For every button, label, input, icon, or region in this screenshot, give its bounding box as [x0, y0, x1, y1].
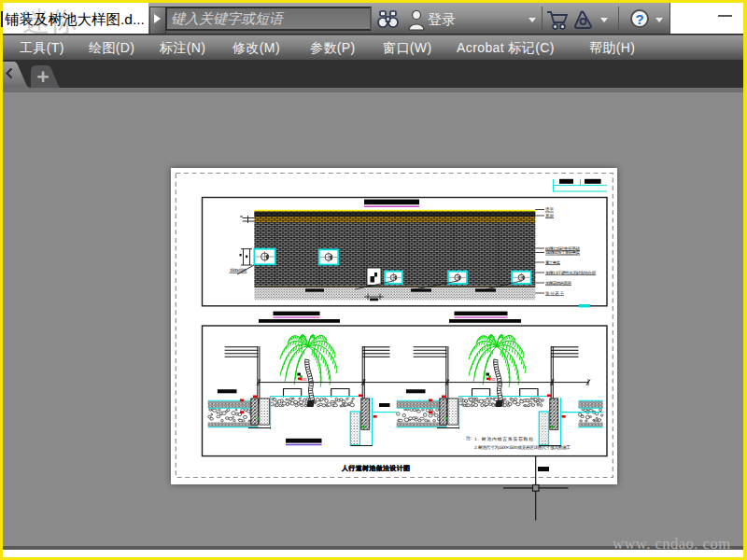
- svg-text:人行道树池做法设计图: 人行道树池做法设计图: [341, 465, 410, 472]
- svg-text:素土夯实: 素土夯实: [545, 260, 560, 265]
- svg-text:注:: 注:: [466, 435, 472, 441]
- svg-text:150厚3:7灰土垫层夯实: 150厚3:7灰土垫层夯实: [545, 250, 580, 255]
- svg-text:基层: 基层: [545, 214, 554, 218]
- svg-text:300: 300: [488, 377, 496, 382]
- svg-text:?: ?: [635, 11, 643, 27]
- svg-text:烫平: 烫平: [545, 207, 554, 212]
- svg-text:1500x1500: 1500x1500: [230, 268, 247, 273]
- svg-text:1. 树池内铺置海藻石颗粒: 1. 树池内铺置海藻石颗粒: [474, 437, 533, 442]
- svg-text:30厚1:3干硬性水泥砂浆结合层: 30厚1:3干硬性水泥砂浆结合层: [545, 271, 596, 275]
- svg-text:20厚花岗岩面层: 20厚花岗岩面层: [545, 281, 571, 286]
- svg-text:等 分 若 干: 等 分 若 干: [545, 291, 564, 296]
- svg-text:300: 300: [300, 377, 307, 382]
